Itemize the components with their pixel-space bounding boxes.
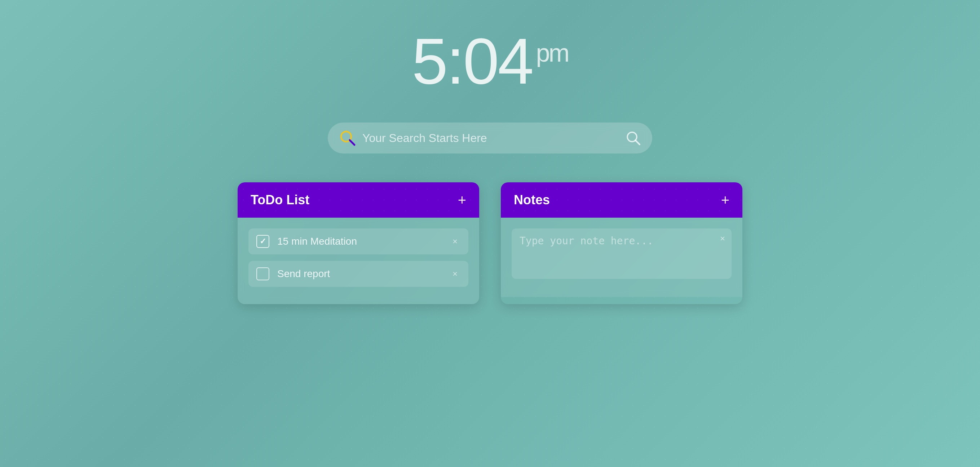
svg-line-1	[350, 140, 355, 145]
search-bar	[328, 122, 652, 154]
todo-checkbox-1[interactable]	[256, 235, 269, 248]
note-delete-button[interactable]: ×	[720, 234, 725, 244]
notes-header: Notes +	[501, 182, 742, 218]
note-item: ×	[512, 229, 732, 279]
todo-item: Send report ×	[248, 261, 468, 287]
notes-title: Notes	[514, 192, 550, 208]
notes-widget: Notes + ×	[501, 182, 742, 304]
todo-text-2: Send report	[277, 268, 450, 280]
todo-text-1: 15 min Meditation	[277, 236, 450, 247]
notes-add-button[interactable]: +	[721, 193, 729, 207]
todo-header: ToDo List +	[238, 182, 479, 218]
todo-delete-2[interactable]: ×	[450, 267, 460, 280]
widgets-section: ToDo List + 15 min Meditation × Send rep…	[238, 182, 742, 304]
todo-item: 15 min Meditation ×	[248, 229, 468, 254]
todo-add-button[interactable]: +	[458, 193, 466, 207]
svg-line-3	[635, 140, 640, 145]
search-icon-right	[625, 130, 641, 146]
clock-time-value: 5:04	[412, 25, 532, 97]
search-icon-left	[339, 129, 356, 147]
note-textarea[interactable]	[520, 235, 724, 271]
todo-delete-1[interactable]: ×	[450, 235, 460, 248]
search-input[interactable]	[362, 132, 625, 145]
todo-body: 15 min Meditation × Send report ×	[238, 218, 479, 304]
todo-title: ToDo List	[251, 192, 309, 208]
todo-widget: ToDo List + 15 min Meditation × Send rep…	[238, 182, 479, 304]
notes-body: ×	[501, 218, 742, 297]
todo-checkbox-2[interactable]	[256, 267, 269, 280]
clock-section: 5:04pm	[412, 29, 568, 94]
clock-time: 5:04pm	[412, 25, 568, 97]
clock-ampm: pm	[536, 39, 568, 67]
search-section	[328, 122, 652, 154]
